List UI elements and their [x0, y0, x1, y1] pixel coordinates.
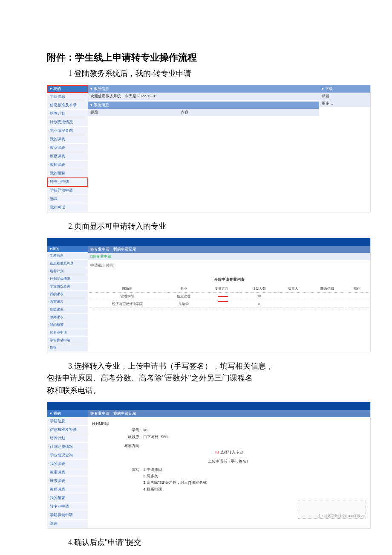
download-more-link[interactable]: 更多… — [319, 100, 370, 107]
col-plan: 计划人数 — [240, 285, 278, 293]
value-current: 口下与外·ISR1 — [143, 434, 366, 440]
fill-item-1: 1 申请原因 — [143, 467, 366, 473]
sidebar-item[interactable]: 我的考试 — [47, 203, 88, 212]
sidebar-item[interactable]: 教室课表 — [47, 468, 88, 477]
page-title: 附件：学生线上申请转专业操作流程 — [47, 51, 345, 64]
value-student-id: »8 — [143, 427, 366, 433]
sidebar-item[interactable]: 我的预警 — [47, 321, 88, 329]
sidebar-item[interactable]: 班级课表 — [47, 477, 88, 485]
sidebar-item-transfer-major[interactable]: 转专业申请 — [47, 329, 88, 337]
label-direction: 与攻方向: — [92, 443, 143, 449]
col-direction: 专业方向 — [203, 285, 241, 293]
select-major-text[interactable]: 选择转入专业 — [219, 450, 244, 454]
sidebar-item[interactable]: 选课 — [47, 520, 88, 528]
fill-item-4: 4.联系电话 — [143, 486, 366, 493]
sidebar: ▾ 我的 学籍信息 信息核准及补录 培养计划 计划完成情况 学业情况查询 我的课… — [47, 85, 88, 212]
sidebar-item[interactable]: 学业情况查询 — [47, 451, 88, 460]
sidebar-item-transfer-major[interactable]: 转专业申请 — [47, 178, 88, 186]
label-student-id: 学号: — [92, 427, 143, 433]
col-contact: 联系信息 — [308, 285, 346, 293]
sidebar-item[interactable]: 教师课表 — [47, 314, 88, 321]
fill-item-3: 3.高考除"Stt^b·之外，另三∏课程名称 — [143, 479, 366, 486]
sidebar-item[interactable]: 培养计划 — [47, 267, 88, 275]
col-op: 操作 — [346, 285, 369, 293]
sidebar-item[interactable]: 学籍异动申请 — [47, 511, 88, 520]
sidebar-item[interactable]: 选课 — [47, 344, 88, 352]
major-table: 院系所 专业 专业方向 计划人数 负责人 联系信息 操作 管理学院 信息管理 — [89, 285, 369, 308]
sidebar-item[interactable]: 计划完成情况 — [47, 275, 88, 283]
screenshot-3: ▾ 我的 学籍信息 信息核准及补录 培养计划 计划完成情况 学业情况查询 我的课… — [47, 402, 371, 529]
sidebar-item[interactable]: 信息核准及补录 — [47, 101, 88, 110]
main-panel: 转专业申请 我的申请记录 □转专业申请 申请截止时间: 开放申请专业列表 院系所… — [88, 246, 370, 352]
table-caption: 开放申请专业列表 — [89, 274, 369, 285]
sidebar-item[interactable]: 班级课表 — [47, 152, 88, 161]
tj-marker: TJ — [215, 450, 219, 454]
download-label: 标题 — [319, 93, 370, 100]
welcome-text: 欢迎使用教务系统，今天是 2022-12-01 — [88, 93, 319, 100]
sidebar-header[interactable]: ▾ 我的 — [47, 85, 88, 93]
student-line: H-HMI%β — [92, 421, 366, 427]
sidebar-item[interactable]: 教室课表 — [47, 298, 88, 306]
sidebar-item[interactable]: 学籍异动申请 — [47, 337, 88, 344]
upload-application-text[interactable]: 上传申请书（手与签名） — [92, 458, 366, 465]
tab-bar[interactable]: 转专业申请 我的申请记录 — [88, 246, 370, 253]
fill-item-2: 2.局多类 — [143, 473, 366, 479]
sidebar-item[interactable]: 学籍信息 — [47, 417, 88, 426]
sidebar: ▾ 我的 学籍信息 信息核准及补录 培养计划 计划完成情况 学业情况查询 我的课… — [47, 246, 88, 352]
sidebar-item[interactable]: 学业情况查询 — [47, 127, 88, 135]
sidebar-item[interactable]: 我的课表 — [47, 460, 88, 468]
sidebar-item[interactable]: 教师课表 — [47, 485, 88, 494]
info-panel-header: ▾ 教务信息 — [88, 85, 319, 93]
sidebar-item[interactable]: 教师课表 — [47, 161, 88, 169]
table-row[interactable]: 管理学院 信息管理 10 — [89, 292, 369, 300]
main-panel: ▾ 教务信息 欢迎使用教务系统，今天是 2022-12-01 ▾ 系统消息 标题… — [88, 85, 370, 212]
main-panel: 转专业申请 我的申请记录 H-HMI%β 学号: »8 就以原: 口下与外·IS… — [88, 410, 370, 528]
sidebar-item[interactable]: 教室课表 — [47, 144, 88, 152]
sidebar-item[interactable]: 班级课表 — [47, 306, 88, 314]
screenshot-2: ▾ 我的 学籍信息 信息核准及补录 培养计划 计划完成情况 学业情况查询 我的课… — [47, 238, 371, 352]
sidebar-item[interactable]: 学籍信息 — [47, 252, 88, 260]
sidebar-item[interactable]: 培养计划 — [47, 110, 88, 118]
sidebar-item[interactable]: 信息核准及补录 — [47, 426, 88, 434]
table-row[interactable]: 经济与贸易外语学院 法语学 6 — [89, 300, 369, 308]
sidebar-item[interactable]: 学籍异动申请 — [47, 186, 88, 195]
sidebar-item[interactable]: 计划完成情况 — [47, 443, 88, 451]
sidebar: ▾ 我的 学籍信息 信息核准及补录 培养计划 计划完成情况 学业情况查询 我的课… — [47, 410, 88, 528]
sidebar-header[interactable]: ▾ 我的 — [47, 410, 88, 417]
step-3: 3.选择转入专业，上传申请书（手写签名），填写相关信息， 包括申请原因、高考分数… — [47, 360, 345, 397]
sidebar-item[interactable]: 学业情况查询 — [47, 283, 88, 291]
download-panel-header: ▾ 下载 — [319, 85, 370, 93]
sidebar-item[interactable]: 培养计划 — [47, 434, 88, 443]
note-limit: 注：描述字数须控在300字以内 — [298, 500, 366, 519]
sidebar-item[interactable]: 计划完成情况 — [47, 118, 88, 127]
sidebar-item[interactable]: 信息核准及补录 — [47, 260, 88, 267]
sidebar-item[interactable]: 选课 — [47, 195, 88, 203]
sidebar-item[interactable]: 我的课表 — [47, 291, 88, 298]
subtab-transfer[interactable]: □转专业申请 — [88, 253, 370, 260]
sidebar-item[interactable]: 学籍信息 — [47, 93, 88, 101]
highlight-marker-icon — [218, 296, 228, 302]
col-owner: 负责人 — [278, 285, 308, 293]
label-fill: 填写: — [92, 467, 143, 493]
sidebar-item-transfer-major[interactable]: 转专业申请 — [47, 503, 88, 511]
label-current: 就以原: — [92, 434, 143, 440]
sidebar-item[interactable]: 我的预警 — [47, 494, 88, 503]
step-2: 2.页面显示可申请转入的专业 — [68, 220, 345, 232]
step-4: 4.确认后点"申请"提交 — [68, 536, 345, 549]
tab-bar[interactable]: 转专业申请 我的申请记录 — [88, 410, 370, 417]
deadline-label: 申请截止时间: — [88, 260, 370, 271]
step-1: 1 登陆教务系统后，我的-转专业申请 — [68, 67, 345, 80]
msg-panel-header: ▾ 系统消息 — [88, 102, 319, 109]
col-major: 专业 — [165, 285, 203, 293]
col-content: 内容 — [181, 110, 188, 115]
screenshot-1: ▾ 我的 学籍信息 信息核准及补录 培养计划 计划完成情况 学业情况查询 我的课… — [47, 85, 371, 212]
transfer-form: H-HMI%β 学号: »8 就以原: 口下与外·ISR1 与攻方向: — [88, 417, 370, 496]
sidebar-header[interactable]: ▾ 我的 — [47, 246, 88, 252]
sidebar-item[interactable]: 我的课表 — [47, 135, 88, 144]
sidebar-item[interactable]: 我的预警 — [47, 169, 88, 178]
col-title: 标题 — [90, 110, 181, 115]
col-dept: 院系所 — [89, 285, 165, 293]
